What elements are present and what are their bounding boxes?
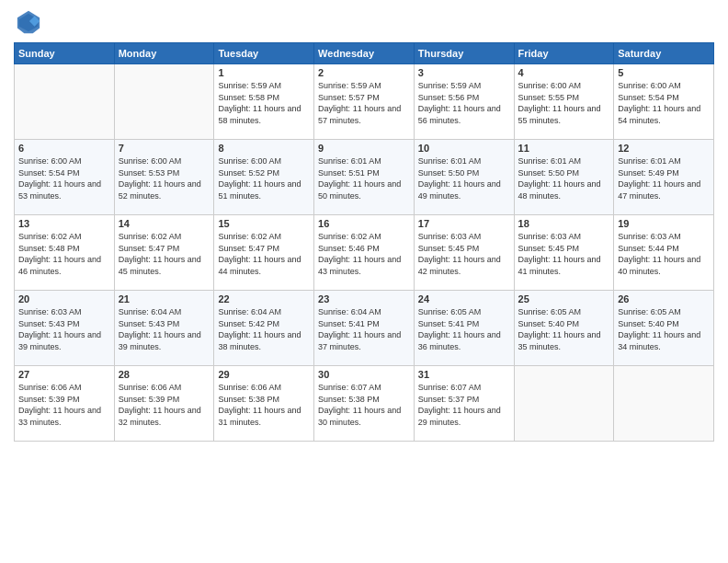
calendar-cell: 15Sunrise: 6:02 AM Sunset: 5:47 PM Dayli… [214,215,314,291]
day-info: Sunrise: 6:05 AM Sunset: 5:40 PM Dayligh… [518,306,610,352]
day-number: 14 [119,218,210,229]
calendar-cell [614,366,714,442]
weekday-header: Monday [114,43,214,64]
day-number: 17 [418,218,510,229]
day-info: Sunrise: 6:02 AM Sunset: 5:48 PM Dayligh… [18,231,110,277]
calendar-cell [15,64,115,140]
weekday-header: Wednesday [314,43,415,64]
day-info: Sunrise: 6:02 AM Sunset: 5:47 PM Dayligh… [218,231,310,277]
logo [14,9,41,35]
day-number: 9 [318,143,410,154]
day-number: 16 [318,218,410,229]
day-info: Sunrise: 6:07 AM Sunset: 5:38 PM Dayligh… [318,382,410,428]
day-number: 21 [119,293,210,304]
calendar-header-row: SundayMondayTuesdayWednesdayThursdayFrid… [15,43,714,64]
calendar-cell: 27Sunrise: 6:06 AM Sunset: 5:39 PM Dayli… [15,366,115,442]
calendar-cell: 14Sunrise: 6:02 AM Sunset: 5:47 PM Dayli… [114,215,214,291]
day-number: 13 [18,218,110,229]
calendar-cell: 26Sunrise: 6:05 AM Sunset: 5:40 PM Dayli… [614,291,714,366]
day-info: Sunrise: 6:07 AM Sunset: 5:37 PM Dayligh… [418,382,510,428]
weekday-header: Tuesday [214,43,314,64]
weekday-header: Friday [514,43,614,64]
day-number: 28 [119,369,210,380]
day-number: 30 [318,369,410,380]
weekday-header: Sunday [15,43,115,64]
calendar-cell: 5Sunrise: 6:00 AM Sunset: 5:54 PM Daylig… [614,64,714,140]
calendar-table: SundayMondayTuesdayWednesdayThursdayFrid… [14,42,714,442]
logo-text [14,9,41,35]
day-info: Sunrise: 6:03 AM Sunset: 5:45 PM Dayligh… [418,231,510,277]
day-number: 31 [418,369,510,380]
calendar-cell: 13Sunrise: 6:02 AM Sunset: 5:48 PM Dayli… [15,215,115,291]
day-info: Sunrise: 6:01 AM Sunset: 5:50 PM Dayligh… [418,155,510,201]
day-number: 18 [518,218,610,229]
day-info: Sunrise: 6:06 AM Sunset: 5:39 PM Dayligh… [119,382,210,428]
day-number: 25 [518,293,610,304]
calendar-cell: 7Sunrise: 6:00 AM Sunset: 5:53 PM Daylig… [114,140,214,215]
day-number: 10 [418,143,510,154]
day-number: 12 [618,143,710,154]
day-number: 26 [618,293,710,304]
calendar-cell: 3Sunrise: 5:59 AM Sunset: 5:56 PM Daylig… [414,64,514,140]
logo-icon [16,9,41,35]
calendar-cell: 21Sunrise: 6:04 AM Sunset: 5:43 PM Dayli… [114,291,214,366]
day-info: Sunrise: 5:59 AM Sunset: 5:58 PM Dayligh… [218,80,310,126]
calendar-cell: 22Sunrise: 6:04 AM Sunset: 5:42 PM Dayli… [214,291,314,366]
day-number: 11 [518,143,610,154]
calendar-cell: 17Sunrise: 6:03 AM Sunset: 5:45 PM Dayli… [414,215,514,291]
day-number: 1 [218,67,310,78]
day-number: 29 [218,369,310,380]
weekday-header: Thursday [414,43,514,64]
calendar-cell [514,366,614,442]
day-info: Sunrise: 5:59 AM Sunset: 5:56 PM Dayligh… [418,80,510,126]
day-number: 24 [418,293,510,304]
day-info: Sunrise: 6:00 AM Sunset: 5:54 PM Dayligh… [618,80,710,126]
calendar-cell: 19Sunrise: 6:03 AM Sunset: 5:44 PM Dayli… [614,215,714,291]
calendar-cell: 31Sunrise: 6:07 AM Sunset: 5:37 PM Dayli… [414,366,514,442]
day-info: Sunrise: 6:06 AM Sunset: 5:38 PM Dayligh… [218,382,310,428]
day-info: Sunrise: 6:04 AM Sunset: 5:41 PM Dayligh… [318,306,410,352]
calendar-cell: 28Sunrise: 6:06 AM Sunset: 5:39 PM Dayli… [114,366,214,442]
calendar-cell: 10Sunrise: 6:01 AM Sunset: 5:50 PM Dayli… [414,140,514,215]
calendar-cell: 23Sunrise: 6:04 AM Sunset: 5:41 PM Dayli… [314,291,415,366]
page-container: SundayMondayTuesdayWednesdayThursdayFrid… [0,0,728,563]
day-info: Sunrise: 6:00 AM Sunset: 5:55 PM Dayligh… [518,80,610,126]
day-info: Sunrise: 6:00 AM Sunset: 5:54 PM Dayligh… [18,155,110,201]
day-info: Sunrise: 6:01 AM Sunset: 5:49 PM Dayligh… [618,155,710,201]
calendar-week-row: 27Sunrise: 6:06 AM Sunset: 5:39 PM Dayli… [15,366,714,442]
day-info: Sunrise: 6:05 AM Sunset: 5:41 PM Dayligh… [418,306,510,352]
day-info: Sunrise: 6:03 AM Sunset: 5:43 PM Dayligh… [18,306,110,352]
day-number: 4 [518,67,610,78]
day-info: Sunrise: 6:03 AM Sunset: 5:44 PM Dayligh… [618,231,710,277]
calendar-cell: 12Sunrise: 6:01 AM Sunset: 5:49 PM Dayli… [614,140,714,215]
day-info: Sunrise: 6:05 AM Sunset: 5:40 PM Dayligh… [618,306,710,352]
calendar-cell: 2Sunrise: 5:59 AM Sunset: 5:57 PM Daylig… [314,64,415,140]
day-number: 7 [119,143,210,154]
day-number: 2 [318,67,410,78]
calendar-cell: 18Sunrise: 6:03 AM Sunset: 5:45 PM Dayli… [514,215,614,291]
day-number: 23 [318,293,410,304]
day-info: Sunrise: 6:02 AM Sunset: 5:46 PM Dayligh… [318,231,410,277]
weekday-header: Saturday [614,43,714,64]
day-info: Sunrise: 6:04 AM Sunset: 5:43 PM Dayligh… [119,306,210,352]
day-info: Sunrise: 6:03 AM Sunset: 5:45 PM Dayligh… [518,231,610,277]
calendar-cell: 24Sunrise: 6:05 AM Sunset: 5:41 PM Dayli… [414,291,514,366]
day-info: Sunrise: 6:01 AM Sunset: 5:50 PM Dayligh… [518,155,610,201]
calendar-cell: 8Sunrise: 6:00 AM Sunset: 5:52 PM Daylig… [214,140,314,215]
day-info: Sunrise: 6:02 AM Sunset: 5:47 PM Dayligh… [119,231,210,277]
calendar-cell: 9Sunrise: 6:01 AM Sunset: 5:51 PM Daylig… [314,140,415,215]
calendar-cell [114,64,214,140]
calendar-cell: 16Sunrise: 6:02 AM Sunset: 5:46 PM Dayli… [314,215,415,291]
header [14,9,714,35]
day-number: 22 [218,293,310,304]
day-info: Sunrise: 6:00 AM Sunset: 5:53 PM Dayligh… [119,155,210,201]
calendar-week-row: 6Sunrise: 6:00 AM Sunset: 5:54 PM Daylig… [15,140,714,215]
day-number: 6 [18,143,110,154]
day-info: Sunrise: 6:01 AM Sunset: 5:51 PM Dayligh… [318,155,410,201]
day-number: 3 [418,67,510,78]
day-number: 20 [18,293,110,304]
day-info: Sunrise: 6:00 AM Sunset: 5:52 PM Dayligh… [218,155,310,201]
day-number: 27 [18,369,110,380]
calendar-week-row: 13Sunrise: 6:02 AM Sunset: 5:48 PM Dayli… [15,215,714,291]
calendar-week-row: 1Sunrise: 5:59 AM Sunset: 5:58 PM Daylig… [15,64,714,140]
